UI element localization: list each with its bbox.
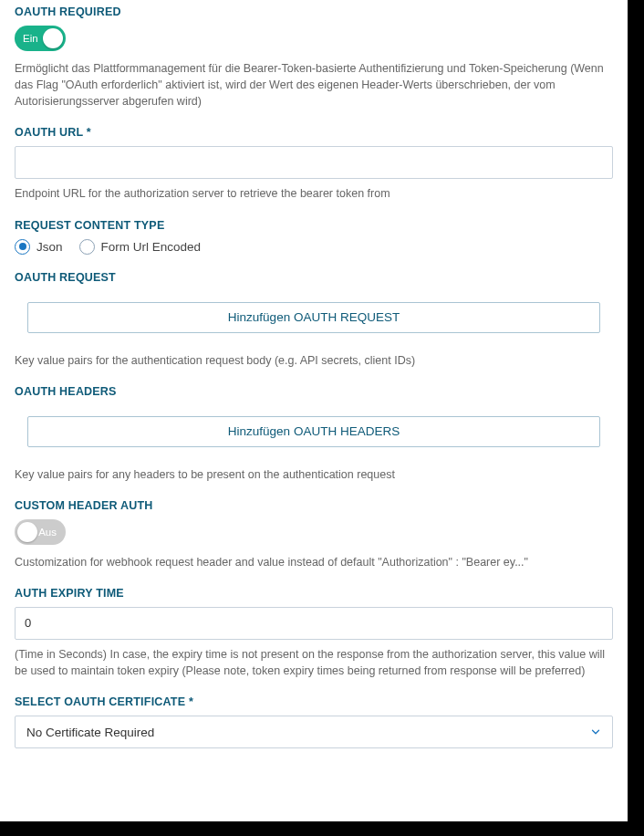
field-oauth-request: OAUTH REQUEST Hinzufügen OAUTH REQUEST K… [15,271,613,369]
oauth-certificate-select-wrap: No Certificate Required [15,716,613,748]
radio-option-form[interactable]: Form Url Encoded [79,239,202,255]
oauth-request-add-wrap: Hinzufügen OAUTH REQUEST [15,291,613,346]
oauth-required-label: OAUTH REQUIRED [15,5,613,18]
radio-option-json[interactable]: Json [15,239,63,255]
toggle-knob-icon [43,28,63,48]
oauth-request-help: Key value pairs for the authentication r… [15,352,613,369]
toggle-on-text: Ein [23,33,38,44]
auth-expiry-time-help: (Time in Seconds) In case, the expiry ti… [15,646,613,679]
toggle-knob-icon [17,522,37,542]
oauth-required-toggle[interactable]: Ein [15,26,66,51]
custom-header-auth-label: CUSTOM HEADER AUTH [15,499,613,512]
field-oauth-certificate: SELECT OAUTH CERTIFICATE * No Certificat… [15,695,613,748]
field-custom-header-auth: CUSTOM HEADER AUTH Aus Customization for… [15,499,613,570]
add-oauth-headers-button[interactable]: Hinzufügen OAUTH HEADERS [27,416,600,447]
radio-label-json: Json [36,240,63,254]
oauth-certificate-selected-value: No Certificate Required [26,726,154,739]
oauth-certificate-label: SELECT OAUTH CERTIFICATE * [15,695,613,708]
oauth-settings-panel: OAUTH REQUIRED Ein Ermöglicht das Plattf… [0,0,628,821]
radio-icon [15,239,30,255]
auth-expiry-time-label: AUTH EXPIRY TIME [15,587,613,600]
oauth-url-label: OAUTH URL * [15,126,613,139]
oauth-request-label: OAUTH REQUEST [15,271,613,284]
custom-header-auth-help: Customization for webhook request header… [15,554,613,570]
field-oauth-required: OAUTH REQUIRED Ein Ermöglicht das Plattf… [15,5,613,110]
radio-label-form: Form Url Encoded [101,240,202,254]
oauth-headers-help: Key value pairs for any headers to be pr… [15,466,613,483]
radio-icon [79,239,95,255]
oauth-url-help: Endpoint URL for the authorization serve… [15,185,613,202]
oauth-certificate-select[interactable]: No Certificate Required [15,716,613,748]
request-content-type-label: REQUEST CONTENT TYPE [15,219,613,232]
toggle-off-text: Aus [38,527,57,538]
field-auth-expiry-time: AUTH EXPIRY TIME (Time in Seconds) In ca… [15,587,613,679]
oauth-required-help: Ermöglicht das Plattformmanagement für d… [15,60,613,110]
oauth-url-input[interactable] [15,146,613,179]
field-oauth-headers: OAUTH HEADERS Hinzufügen OAUTH HEADERS K… [15,385,613,483]
add-oauth-request-button[interactable]: Hinzufügen OAUTH REQUEST [27,302,600,333]
custom-header-auth-toggle[interactable]: Aus [15,519,66,545]
auth-expiry-time-input[interactable] [15,607,613,640]
oauth-headers-label: OAUTH HEADERS [15,385,613,398]
request-content-type-options: Json Form Url Encoded [15,239,613,255]
field-request-content-type: REQUEST CONTENT TYPE Json Form Url Encod… [15,219,613,255]
oauth-headers-add-wrap: Hinzufügen OAUTH HEADERS [15,405,613,460]
field-oauth-url: OAUTH URL * Endpoint URL for the authori… [15,126,613,202]
